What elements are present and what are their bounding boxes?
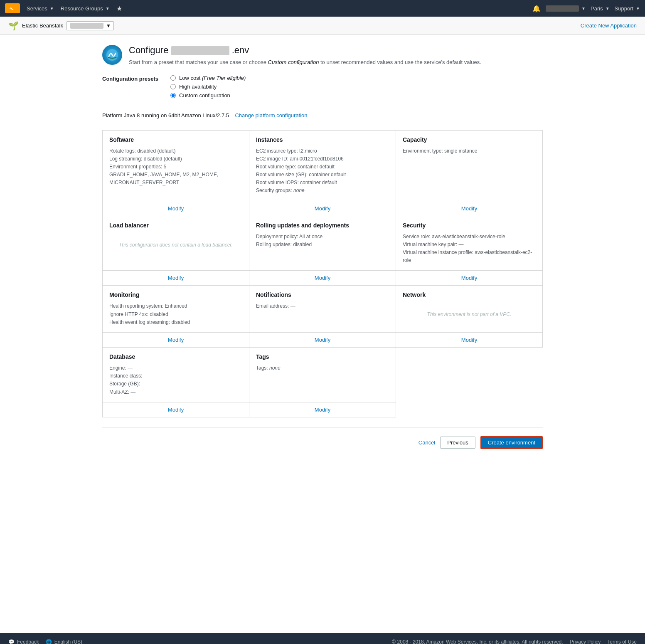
card-security: Security Service role: aws-elasticbeanst… xyxy=(396,216,543,286)
app-name-redacted xyxy=(171,46,229,55)
sub-navigation: 🌱 Elastic Beanstalk ████████ ▼ Create Ne… xyxy=(0,17,645,35)
aws-logo xyxy=(5,3,20,13)
modify-button-monitoring[interactable]: Modify xyxy=(165,336,187,344)
page-title-block: Configure .env Start from a preset that … xyxy=(129,45,481,67)
modify-button-notifications[interactable]: Modify xyxy=(311,336,334,344)
card-detail-item: EC2 instance type: t2.micro xyxy=(256,147,389,155)
modify-button-instances[interactable]: Modify xyxy=(311,205,334,212)
region-menu[interactable]: Paris ▼ xyxy=(591,5,610,12)
feedback-item: 💬 Feedback xyxy=(8,639,39,644)
modify-button-capacity[interactable]: Modify xyxy=(458,205,480,212)
card-body: Capacity Environment type: single instan… xyxy=(396,131,542,201)
card-details: Health reporting system: EnhancedIgnore … xyxy=(109,302,242,326)
modify-button-load-balancer[interactable]: Modify xyxy=(165,274,187,282)
card-body: Software Rotate logs: disabled (default)… xyxy=(103,131,249,201)
page-title: Configure .env xyxy=(129,45,481,56)
card-title: Security xyxy=(403,222,536,229)
card-body: Database Engine: —Instance class: —Stora… xyxy=(103,348,249,402)
card-detail-item: Environment properties: 5 xyxy=(109,163,242,171)
change-platform-link[interactable]: Change platform configuration xyxy=(235,112,307,118)
card-monitoring: Monitoring Health reporting system: Enha… xyxy=(103,286,249,348)
card-detail-item: Environment type: single instance xyxy=(403,147,536,155)
modify-button-security[interactable]: Modify xyxy=(458,274,480,282)
card-details: This configuration does not contain a lo… xyxy=(109,241,242,249)
card-no-content: This configuration does not contain a lo… xyxy=(109,241,242,249)
card-detail-item: Rotate logs: disabled (default) xyxy=(109,147,242,155)
card-details: EC2 instance type: t2.microEC2 image ID:… xyxy=(256,147,389,195)
card-detail-item: EC2 image ID: ami-00121fcedf1bd8106 xyxy=(256,155,389,163)
top-navigation: Services ▼ Resource Groups ▼ ★ 🔔 ███████… xyxy=(0,0,645,17)
card-detail-item: GRADLE_HOME, JAVA_HOME, M2, M2_HOME, xyxy=(109,171,242,179)
services-menu[interactable]: Services ▼ xyxy=(27,5,54,12)
card-detail-item: Engine: — xyxy=(109,364,242,372)
card-no-content: This environment is not part of a VPC. xyxy=(403,311,536,318)
privacy-link[interactable]: Privacy Policy xyxy=(570,639,601,644)
card-tags: Tags Tags: none Modify xyxy=(249,348,396,417)
card-title: Instances xyxy=(256,136,389,143)
card-detail-item: Email address: — xyxy=(256,302,389,310)
card-detail-item: Storage (GB): — xyxy=(109,380,242,388)
card-details: Service role: aws-elasticbeanstalk-servi… xyxy=(403,233,536,265)
modify-button-software[interactable]: Modify xyxy=(165,205,187,212)
modify-button-rolling-updates[interactable]: Modify xyxy=(311,274,334,282)
account-chevron-icon: ▼ xyxy=(581,6,586,11)
support-menu[interactable]: Support ▼ xyxy=(615,5,640,12)
cancel-button[interactable]: Cancel xyxy=(419,439,435,446)
favorites-icon[interactable]: ★ xyxy=(116,5,122,12)
card-body: Network This environment is not part of … xyxy=(396,286,542,332)
preset-custom-radio[interactable] xyxy=(170,93,176,98)
env-selector-chevron-icon: ▼ xyxy=(106,23,111,29)
card-title: Capacity xyxy=(403,136,536,143)
globe-icon: 🌐 xyxy=(46,639,52,644)
card-load-balancer: Load balancer This configuration does no… xyxy=(103,216,249,286)
account-menu[interactable]: ████████ ▼ xyxy=(546,5,586,12)
card-detail-item: Ignore HTTP 4xx: disabled xyxy=(109,311,242,318)
beanstalk-icon xyxy=(102,45,122,65)
card-detail-item: Health reporting system: Enhanced xyxy=(109,302,242,310)
card-footer: Modify xyxy=(396,201,542,216)
preset-low-cost[interactable]: Low cost (Free Tier eligible) xyxy=(170,75,246,81)
brand-label[interactable]: Elastic Beanstalk xyxy=(22,22,63,29)
preset-custom[interactable]: Custom configuration xyxy=(170,92,246,99)
modify-button-database[interactable]: Modify xyxy=(165,406,187,414)
card-detail-item: Tags: none xyxy=(256,364,389,372)
card-detail-item: Log streaming: disabled (default) xyxy=(109,155,242,163)
preset-low-cost-radio[interactable] xyxy=(170,75,176,81)
terms-link[interactable]: Terms of Use xyxy=(607,639,637,644)
card-detail-item: Root volume size (GB): container default xyxy=(256,171,389,179)
resource-groups-menu[interactable]: Resource Groups ▼ xyxy=(61,5,110,12)
card-database: Database Engine: —Instance class: —Stora… xyxy=(103,348,249,417)
card-body: Notifications Email address: — xyxy=(249,286,396,332)
preset-high-availability-label: High availability xyxy=(179,84,217,90)
card-footer: Modify xyxy=(249,270,396,285)
card-title: Tags xyxy=(256,353,389,360)
brand: 🌱 Elastic Beanstalk ████████ ▼ xyxy=(8,21,114,31)
services-chevron-icon: ▼ xyxy=(50,6,54,11)
card-detail-item: Root volume type: container default xyxy=(256,163,389,171)
preset-high-availability[interactable]: High availability xyxy=(170,84,246,90)
feedback-link[interactable]: Feedback xyxy=(17,639,39,644)
preset-high-availability-radio[interactable] xyxy=(170,84,176,89)
bell-icon[interactable]: 🔔 xyxy=(532,5,541,12)
card-notifications: Notifications Email address: — Modify xyxy=(249,286,396,348)
card-detail-item: Virtual machine key pair: — xyxy=(403,241,536,249)
language-link[interactable]: English (US) xyxy=(54,639,82,644)
card-details: Rotate logs: disabled (default)Log strea… xyxy=(109,147,242,187)
page-subtitle: Start from a preset that matches your us… xyxy=(129,58,481,67)
previous-button[interactable]: Previous xyxy=(440,437,475,449)
card-detail-item: Instance class: — xyxy=(109,372,242,380)
modify-button-network[interactable]: Modify xyxy=(458,336,480,344)
card-title: Database xyxy=(109,353,242,360)
card-details: Tags: none xyxy=(256,364,389,372)
card-rolling-updates: Rolling updates and deployments Deployme… xyxy=(249,216,396,286)
card-details: This environment is not part of a VPC. xyxy=(403,311,536,318)
main-content: Configure .env Start from a preset that … xyxy=(94,35,551,633)
card-footer: Modify xyxy=(249,332,396,347)
card-body: Monitoring Health reporting system: Enha… xyxy=(103,286,249,332)
card-network: Network This environment is not part of … xyxy=(396,286,543,348)
create-environment-button[interactable]: Create environment xyxy=(480,436,543,449)
modify-button-tags[interactable]: Modify xyxy=(311,406,334,414)
card-body: Rolling updates and deployments Deployme… xyxy=(249,216,396,271)
create-new-application-link[interactable]: Create New Application xyxy=(581,22,637,29)
environment-selector[interactable]: ████████ ▼ xyxy=(66,21,114,30)
